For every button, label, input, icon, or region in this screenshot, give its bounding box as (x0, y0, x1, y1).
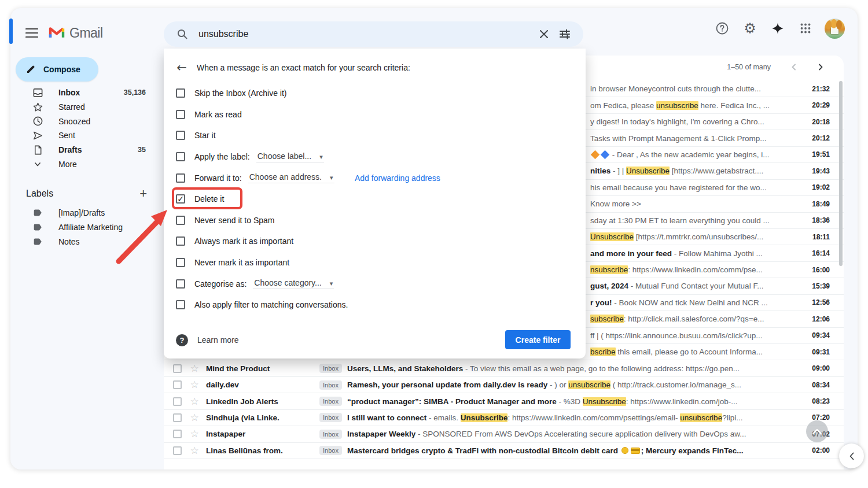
email-row[interactable]: ☆ Linas Beliūnas from. Inbox Mastercard … (164, 443, 844, 459)
sidebar-item-more[interactable]: More (10, 157, 159, 171)
checkbox-icon[interactable] (176, 258, 185, 267)
filter-option-also-apply-filter-to-matching-conversations: Also apply filter to matching conversati… (164, 294, 586, 316)
newer-page-button[interactable] (786, 59, 802, 75)
star-icon[interactable]: ☆ (189, 446, 200, 456)
inbox-chip: Inbox (319, 380, 342, 390)
sidebar-item-drafts[interactable]: Drafts 35 (10, 143, 159, 157)
main-menu-button[interactable] (18, 20, 46, 48)
email-time: 08:34 (793, 381, 830, 389)
email-time: 08:23 (793, 397, 830, 405)
sidebar-item-inbox[interactable]: Inbox 35,136 (10, 86, 159, 100)
learn-more-link[interactable]: Learn more (197, 335, 239, 345)
apps-grid-button[interactable] (793, 16, 818, 40)
checkbox-icon[interactable] (176, 279, 185, 289)
dropdown-choose-category[interactable]: Choose category...▾ (253, 278, 334, 289)
email-row[interactable]: ☆ Sindhuja (via Linke. Inbox I still wan… (164, 410, 844, 426)
compose-button[interactable]: Compose (16, 57, 98, 82)
email-sender: Instapaper (206, 430, 319, 438)
star-icon[interactable]: ☆ (189, 413, 200, 423)
sidebar-item-sent[interactable]: Sent (10, 128, 159, 143)
label-item-notes[interactable]: Notes (10, 234, 159, 249)
filter-options: Skip the Inbox (Archive it) Mark as read… (164, 83, 586, 316)
email-row[interactable]: ☆ Mind the Product Inbox Users, LLMs, an… (164, 360, 844, 376)
scroll-to-top-button[interactable] (806, 420, 828, 442)
clear-search-icon[interactable] (534, 24, 554, 45)
email-row[interactable]: ☆ LinkedIn Job Alerts Inbox “product man… (164, 393, 844, 409)
top-bar: Gmail ⚙ (10, 8, 858, 49)
dropdown-value: Choose label... (258, 151, 311, 161)
create-filter-button[interactable]: Create filter (505, 330, 571, 349)
settings-button[interactable]: ⚙ (738, 16, 762, 40)
filter-option-label: Never send it to Spam (194, 216, 275, 225)
account-avatar[interactable] (825, 19, 845, 39)
search-options-icon[interactable] (554, 24, 575, 45)
star-icon[interactable]: ☆ (189, 429, 200, 439)
filter-option-label: Never mark it as important (194, 258, 289, 267)
top-right-actions: ⚙ (710, 14, 845, 42)
checkbox-icon[interactable] (176, 216, 185, 225)
credit-card-icon (631, 448, 640, 454)
email-time: 16:00 (793, 266, 830, 274)
email-sender: Mind the Product (206, 364, 319, 373)
orange-diamond-icon (591, 150, 600, 159)
show-side-panel-button[interactable] (839, 443, 864, 468)
highlighted-text: nsubscribe (590, 265, 628, 274)
checkbox-icon[interactable] (176, 300, 185, 309)
sidebar-item-starred[interactable]: Starred (10, 100, 159, 114)
snippet-text: Users, LLMs, and Stakeholders (347, 364, 463, 373)
dropdown-choose-label[interactable]: Choose label...▾ (256, 151, 324, 162)
search-bar[interactable] (164, 21, 583, 47)
sidebar-item-snoozed[interactable]: Snoozed (10, 114, 159, 128)
dropdown-choose-an-address[interactable]: Choose an address.▾ (248, 172, 334, 183)
select-checkbox[interactable] (173, 413, 182, 422)
snippet-text: - Follow Mahima Jyothi ... (672, 249, 763, 258)
email-time: 20:29 (793, 101, 830, 109)
highlighted-text: bscribe (590, 347, 616, 356)
checkbox-icon[interactable] (176, 236, 185, 246)
checkbox-icon[interactable] (176, 131, 185, 140)
select-checkbox[interactable] (173, 430, 182, 438)
email-row[interactable]: ☆ Instapaper Inbox Instapaper Weekly - S… (164, 426, 844, 442)
sidebar-item-count: 35 (138, 146, 146, 154)
checkbox-icon[interactable] (176, 88, 185, 98)
filter-option-skip-the-inbox-archive-it: Skip the Inbox (Archive it) (164, 83, 586, 104)
snippet-text: Ramesh, your personal update from daily.… (347, 380, 547, 389)
select-checkbox[interactable] (173, 364, 182, 373)
add-forwarding-address-link[interactable]: Add forwarding address (355, 173, 440, 183)
star-icon[interactable]: ☆ (189, 380, 200, 390)
checkbox-icon[interactable] (176, 152, 185, 161)
gemini-button[interactable] (766, 16, 790, 40)
star-icon[interactable]: ☆ (189, 364, 200, 374)
checkbox-icon[interactable] (176, 110, 185, 119)
pagination: 1–50 of many (727, 59, 829, 75)
select-checkbox[interactable] (173, 397, 182, 406)
label-item-affiliate-marketing[interactable]: Affiliate Marketing (10, 220, 159, 235)
select-checkbox[interactable] (173, 446, 182, 455)
create-label-button[interactable]: + (139, 187, 147, 200)
gmail-logo[interactable]: Gmail (49, 25, 103, 41)
back-arrow-icon[interactable]: ← (170, 56, 193, 79)
help-button[interactable] (710, 16, 734, 40)
snippet-text: ff | ( https://link.announce.busuu.com/l… (590, 331, 762, 340)
older-page-button[interactable] (812, 59, 829, 75)
compose-label: Compose (43, 65, 80, 74)
snippet-text: - Dear , As the new academic year begins… (610, 150, 769, 159)
email-sender: daily.dev (206, 380, 319, 389)
pencil-icon (26, 64, 36, 76)
search-input[interactable] (198, 29, 534, 39)
list-scrollbar[interactable] (839, 81, 843, 266)
dropdown-caret-icon: ▾ (319, 153, 323, 161)
snippet-text: y digest! In today's highlight, I'm cove… (590, 117, 764, 126)
chevron-up-icon (812, 428, 822, 434)
email-time: 21:32 (793, 85, 830, 93)
star-icon[interactable]: ☆ (189, 397, 200, 406)
search-icon[interactable] (172, 24, 193, 45)
email-time: 02:00 (793, 446, 830, 454)
inbox-chip: Inbox (319, 446, 342, 455)
label-item-imap-drafts[interactable]: [Imap]/Drafts (10, 206, 159, 220)
email-row[interactable]: ☆ daily.dev Inbox Ramesh, your personal … (164, 377, 844, 393)
checkbox-checked-icon[interactable]: ✓ (176, 194, 185, 204)
email-snippet: Instapaper Weekly - SPONSORED From AWS D… (347, 430, 793, 438)
checkbox-icon[interactable] (176, 173, 185, 183)
select-checkbox[interactable] (173, 380, 182, 389)
